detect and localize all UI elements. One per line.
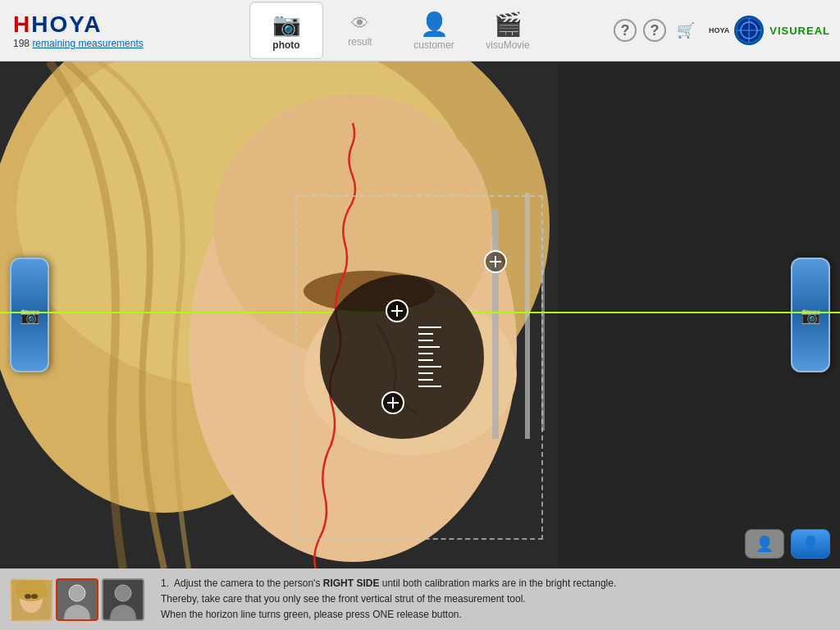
tick-6 xyxy=(418,359,433,361)
bottom-right-buttons: 👤 👤 xyxy=(745,529,830,559)
highlight-right-side: RIGHT SIDE xyxy=(323,578,380,589)
magnifier-circle xyxy=(320,275,484,439)
tab-visumovie[interactable]: 🎬 visuMovie xyxy=(471,2,545,59)
logo-h: H xyxy=(13,11,31,37)
left-camera-icon: 📷 xyxy=(20,305,40,325)
remaining-measurements: 198 remaining measurements xyxy=(13,38,180,49)
tick-3 xyxy=(418,340,433,341)
logo-area: HHOYA 198 remaining measurements xyxy=(0,11,180,49)
thumbnails xyxy=(0,578,144,621)
instructions: 1. Adjust the camera to the person's RIG… xyxy=(144,569,840,630)
right-icons: ? ? 🛒 HOYA VISUREAL xyxy=(614,16,840,45)
tab-result[interactable]: 👁 result xyxy=(323,2,397,59)
person-gray-button[interactable]: 👤 xyxy=(745,529,784,559)
right-panel: 📷 xyxy=(781,62,840,568)
instruction-1: 1. Adjust the camera to the person's RIG… xyxy=(161,576,824,591)
brand-name: VISUREAL xyxy=(769,25,830,37)
thumbnail-3[interactable] xyxy=(102,578,144,621)
photo-icon: 📷 xyxy=(272,11,301,38)
tick-5 xyxy=(418,353,433,354)
visumovie-icon: 🎬 xyxy=(494,11,523,38)
tick-2 xyxy=(418,333,433,335)
thumbnail-2[interactable] xyxy=(56,578,98,621)
svg-point-25 xyxy=(115,585,131,601)
person-blue-button[interactable]: 👤 xyxy=(791,529,830,559)
instruction-3: When the horizon line turns green, pleas… xyxy=(161,607,824,623)
tab-visumovie-label: visuMovie xyxy=(486,39,529,51)
tab-customer-label: customer xyxy=(413,39,454,51)
visureal-logo: HOYA VISUREAL xyxy=(709,16,830,45)
right-camera-button[interactable]: 📷 xyxy=(791,258,830,372)
help-icon-2[interactable]: ? xyxy=(643,19,666,42)
person-blue-icon: 👤 xyxy=(801,535,819,553)
brand-circle xyxy=(734,16,764,45)
tab-photo[interactable]: 📷 photo xyxy=(249,2,323,59)
svg-point-21 xyxy=(31,594,38,599)
main-area: 📷 📷 👤 👤 xyxy=(0,62,840,568)
cart-icon[interactable]: 🛒 xyxy=(673,17,699,43)
tick-9 xyxy=(418,379,433,381)
logo-text: HHOYA xyxy=(13,11,180,38)
tab-customer[interactable]: 👤 customer xyxy=(397,2,471,59)
remaining-count: 198 xyxy=(13,38,30,49)
tab-result-label: result xyxy=(348,36,372,48)
instruction-2: Thereby, take care that you only see the… xyxy=(161,591,824,607)
left-panel: 📷 xyxy=(0,62,59,568)
right-camera-icon: 📷 xyxy=(801,305,821,325)
svg-point-23 xyxy=(69,585,85,601)
help-icon-1[interactable]: ? xyxy=(614,19,637,42)
tick-8 xyxy=(418,372,433,374)
tab-photo-label: photo xyxy=(272,39,299,51)
tick-marks xyxy=(418,326,441,387)
nav-tabs: 📷 photo 👁 result 👤 customer 🎬 visuMovie xyxy=(180,2,614,59)
logo-oya: HOYA xyxy=(31,11,102,37)
customer-icon: 👤 xyxy=(420,11,449,38)
header: HHOYA 198 remaining measurements 📷 photo… xyxy=(0,0,840,62)
tick-1 xyxy=(418,326,441,328)
svg-point-20 xyxy=(25,594,31,599)
person-gray-icon: 👤 xyxy=(756,535,774,553)
tick-7 xyxy=(418,366,441,368)
cross-marker-bottom xyxy=(381,391,404,414)
cross-marker-top xyxy=(386,299,409,322)
bottom-panel: 1. Adjust the camera to the person's RIG… xyxy=(0,568,840,630)
brand-hoya-prefix: HOYA xyxy=(709,26,729,34)
tick-4 xyxy=(418,346,440,348)
thumbnail-1[interactable] xyxy=(10,578,52,621)
result-icon: 👁 xyxy=(351,13,369,34)
tick-10 xyxy=(418,386,441,387)
left-camera-button[interactable]: 📷 xyxy=(10,258,49,372)
remaining-link[interactable]: remaining measurements xyxy=(32,38,143,49)
